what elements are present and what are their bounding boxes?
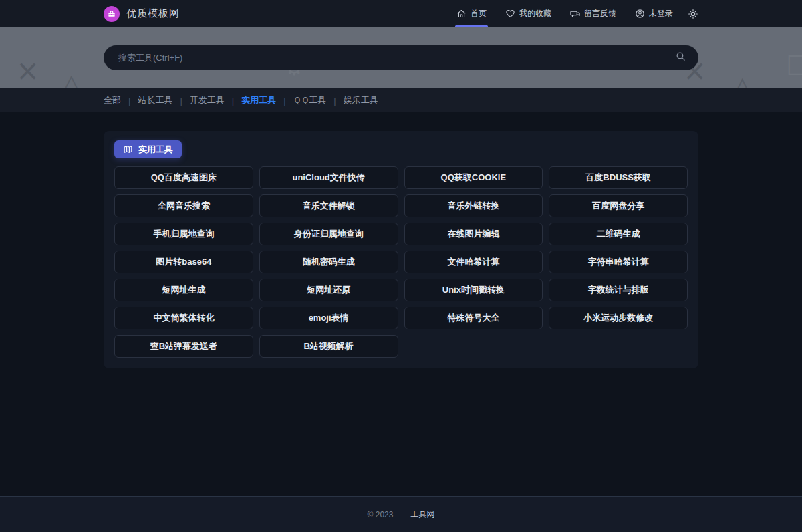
map-icon [123, 144, 133, 154]
tab-separator: | [283, 96, 285, 106]
nav-item-home[interactable]: 首页 [456, 0, 487, 27]
tools-grid: QQ百度高速图床uniCloud文件快传QQ获取COOKIE百度BDUSS获取全… [114, 166, 688, 358]
tool-button-6[interactable]: 音乐外链转换 [404, 194, 543, 217]
tool-button-23[interactable]: 小米运动步数修改 [549, 307, 688, 329]
main-content: 实用工具 QQ百度高速图床uniCloud文件快传QQ获取COOKIE百度BDU… [0, 112, 802, 496]
nav-item-label: 未登录 [649, 8, 673, 19]
search-input[interactable] [104, 45, 698, 70]
tab-separator: | [128, 96, 130, 106]
tool-button-9[interactable]: 身份证归属地查询 [259, 223, 398, 245]
tool-button-2[interactable]: QQ获取COOKIE [404, 166, 543, 189]
search-icon[interactable] [675, 51, 686, 62]
tab-separator: | [180, 96, 182, 106]
toolbox-logo-icon [104, 6, 120, 22]
nav-item-login[interactable]: 未登录 [635, 0, 673, 27]
footer-site-link[interactable]: 工具网 [410, 509, 434, 520]
brand[interactable]: 优质模板网 [104, 6, 180, 22]
tool-button-25[interactable]: B站视频解析 [259, 335, 398, 358]
tool-button-20[interactable]: 中文简繁体转化 [114, 307, 253, 329]
search-hero: ×△□⚙○×△□ [0, 27, 802, 88]
sun-icon[interactable] [688, 9, 698, 19]
filter-tab-3[interactable]: 实用工具 [241, 94, 276, 106]
tools-section-card: 实用工具 QQ百度高速图床uniCloud文件快传QQ获取COOKIE百度BDU… [104, 131, 698, 368]
section-title: 实用工具 [138, 144, 173, 156]
tool-button-13[interactable]: 随机密码生成 [259, 251, 398, 273]
pattern-icon: □ [134, 85, 155, 88]
pattern-icon: × [16, 57, 39, 85]
filter-tab-0[interactable]: 全部 [104, 94, 121, 106]
tool-button-3[interactable]: 百度BDUSS获取 [549, 166, 688, 189]
filter-tab-5[interactable]: 娱乐工具 [344, 94, 378, 106]
navbar: 优质模板网 首页 我的收藏 [0, 0, 802, 27]
tool-button-7[interactable]: 百度网盘分享 [549, 194, 688, 217]
tool-button-24[interactable]: 查B站弹幕发送者 [114, 335, 253, 358]
tool-button-10[interactable]: 在线图片编辑 [404, 223, 543, 245]
pattern-icon: □ [786, 50, 802, 76]
tab-separator: | [333, 96, 336, 106]
site-title: 优质模板网 [126, 7, 180, 20]
tool-button-16[interactable]: 短网址生成 [114, 279, 253, 301]
filter-tab-1[interactable]: 站长工具 [138, 94, 172, 106]
pattern-icon: △ [732, 73, 752, 88]
tool-button-11[interactable]: 二维码生成 [549, 223, 688, 245]
tool-button-14[interactable]: 文件哈希计算 [404, 251, 543, 273]
nav-menu: 首页 我的收藏 留言反馈 [438, 0, 698, 27]
nav-item-favorites[interactable]: 我的收藏 [505, 0, 551, 27]
user-icon [635, 9, 645, 19]
pattern-icon: △ [61, 70, 81, 88]
tool-button-18[interactable]: Unix时间戳转换 [404, 279, 543, 301]
tool-button-8[interactable]: 手机归属地查询 [114, 223, 253, 245]
tool-button-17[interactable]: 短网址还原 [259, 279, 398, 301]
category-filter-bar: 全部|站长工具|开发工具|实用工具|ＱＱ工具|娱乐工具 [0, 88, 802, 112]
tool-button-5[interactable]: 音乐文件解锁 [259, 194, 398, 217]
nav-item-label: 首页 [471, 8, 487, 19]
tool-button-22[interactable]: 特殊符号大全 [404, 307, 543, 329]
tool-button-21[interactable]: emoji表情 [259, 307, 398, 329]
tool-button-12[interactable]: 图片转base64 [114, 251, 253, 273]
nav-item-label: 留言反馈 [584, 8, 616, 19]
nav-item-feedback[interactable]: 留言反馈 [570, 0, 616, 27]
tab-separator: | [232, 96, 234, 106]
tool-button-4[interactable]: 全网音乐搜索 [114, 194, 253, 217]
section-badge: 实用工具 [114, 140, 182, 158]
tool-button-15[interactable]: 字符串哈希计算 [549, 251, 688, 273]
chat-icon [570, 9, 580, 19]
heart-icon [505, 9, 515, 19]
filter-tab-4[interactable]: ＱＱ工具 [293, 94, 327, 106]
copyright-text: © 2023 [368, 510, 394, 519]
home-icon [456, 9, 466, 19]
tool-button-0[interactable]: QQ百度高速图床 [114, 166, 253, 189]
tool-button-1[interactable]: uniCloud文件快传 [259, 166, 398, 189]
footer: © 2023 工具网 [0, 496, 802, 532]
nav-item-label: 我的收藏 [519, 8, 551, 19]
filter-tab-2[interactable]: 开发工具 [190, 94, 225, 106]
tool-button-19[interactable]: 字数统计与排版 [549, 279, 688, 301]
